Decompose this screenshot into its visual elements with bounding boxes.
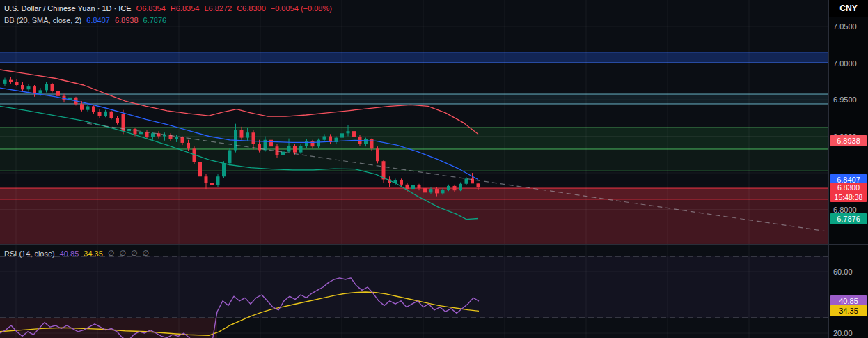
ohlc-change: −0.0054 (−0.08%)	[271, 4, 332, 13]
rsi-empty-value: ∅	[119, 249, 126, 258]
price-axis-tick: 7.0500	[829, 22, 868, 31]
ohlc-open: O6.8354	[136, 4, 166, 13]
main-price-chart[interactable]	[0, 0, 828, 245]
rsi-empty-value: ∅	[143, 249, 150, 258]
bb-lower-price-badge: 6.7876	[830, 213, 867, 224]
rsi-indicator-title[interactable]: RSI (14, close)	[4, 249, 55, 258]
demand-maroon-zone[interactable]	[0, 199, 828, 244]
chart-panes: U.S. Dollar / Chinese Yuan · 1D · ICE O6…	[0, 0, 828, 338]
bb-indicator-title[interactable]: BB (20, SMA, close, 2)	[4, 16, 81, 24]
currency-button[interactable]: CNY	[829, 0, 868, 17]
resistance-teal-zone[interactable]	[0, 94, 828, 104]
ohlc-low: L6.8272	[204, 4, 232, 13]
rsi-axis-tick: 20.00	[829, 329, 868, 337]
price-axis-tick: 6.9500	[829, 95, 868, 104]
last-price-value: 6.8300	[830, 183, 867, 192]
trading-chart-window: U.S. Dollar / Chinese Yuan · 1D · ICE O6…	[0, 0, 868, 338]
price-axis-tick: 6.8000	[829, 206, 868, 214]
last-price-badge: 6.830015:48:38	[830, 183, 867, 202]
main-legend: U.S. Dollar / Chinese Yuan · 1D · ICE O6…	[4, 2, 332, 26]
rsi-legend: RSI (14, close) 40.85 34.35 ∅ ∅ ∅ ∅	[4, 247, 149, 259]
bb-upper-value: 6.8938	[115, 16, 139, 24]
price-axis-tick: 7.0000	[829, 59, 868, 68]
rsi-axis-tick: 60.00	[829, 268, 868, 276]
ohlc-close: C6.8300	[237, 4, 266, 13]
ohlc-high: H6.8354	[171, 4, 200, 13]
rsi-empty-value: ∅	[108, 249, 115, 258]
bb-upper-price-badge: 6.8938	[830, 135, 867, 146]
pane-separator[interactable]	[0, 244, 868, 245]
price-axis[interactable]: CNY 7.05007.00006.95006.90006.800060.002…	[828, 0, 868, 338]
bb-basis-value: 6.8407	[86, 16, 110, 24]
supply-green-lower-zone[interactable]	[0, 149, 828, 171]
symbol-title[interactable]: U.S. Dollar / Chinese Yuan · 1D · ICE	[4, 4, 132, 13]
bar-countdown: 15:48:38	[830, 192, 867, 202]
rsi-empty-value: ∅	[131, 249, 138, 258]
rsi-ma-value: 34.35	[84, 249, 103, 258]
rsi-ma-value-badge: 34.35	[830, 305, 867, 316]
resistance-blue-zone[interactable]	[0, 52, 828, 63]
rsi-value: 40.85	[60, 249, 79, 258]
bb-lower-value: 6.7876	[143, 16, 167, 24]
